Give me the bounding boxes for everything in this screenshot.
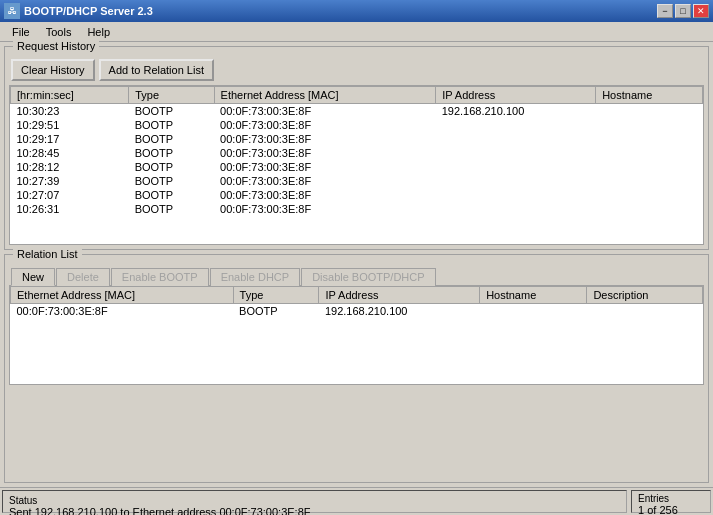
cell-time: 10:28:12 <box>11 160 129 174</box>
main-content: Request History Clear History Add to Rel… <box>0 42 713 487</box>
cell-time: 10:28:45 <box>11 146 129 160</box>
rel-col-ip: IP Address <box>319 287 480 304</box>
cell-ip <box>436 146 596 160</box>
cell-hostname <box>596 202 703 216</box>
cell-mac: 00:0F:73:00:3E:8F <box>214 146 436 160</box>
table-row[interactable]: 10:27:39 BOOTP 00:0F:73:00:3E:8F <box>11 174 703 188</box>
relation-list-label: Relation List <box>13 248 82 260</box>
cell-time: 10:26:31 <box>11 202 129 216</box>
request-history-table-container[interactable]: [hr:min:sec] Type Ethernet Address [MAC]… <box>9 85 704 245</box>
cell-mac: 00:0F:73:00:3E:8F <box>214 202 436 216</box>
cell-mac: 00:0F:73:00:3E:8F <box>214 132 436 146</box>
table-row[interactable]: 10:26:31 BOOTP 00:0F:73:00:3E:8F <box>11 202 703 216</box>
cell-time: 10:27:07 <box>11 188 129 202</box>
tab-new[interactable]: New <box>11 268 55 286</box>
cell-time: 10:29:51 <box>11 118 129 132</box>
request-history-table: [hr:min:sec] Type Ethernet Address [MAC]… <box>10 86 703 216</box>
cell-hostname <box>596 104 703 119</box>
cell-ip <box>436 118 596 132</box>
cell-type: BOOTP <box>129 104 214 119</box>
minimize-button[interactable]: − <box>657 4 673 18</box>
cell-type: BOOTP <box>129 118 214 132</box>
request-history-toolbar: Clear History Add to Relation List <box>5 55 708 85</box>
cell-type: BOOTP <box>129 188 214 202</box>
status-main: Status Sent 192.168.210.100 to Ethernet … <box>2 490 627 513</box>
status-entries: Entries 1 of 256 <box>631 490 711 513</box>
cell-hostname <box>596 174 703 188</box>
table-row[interactable]: 00:0F:73:00:3E:8F BOOTP 192.168.210.100 <box>11 304 703 319</box>
title-bar-buttons: − □ ✕ <box>657 4 709 18</box>
table-row[interactable]: 10:30:23 BOOTP 00:0F:73:00:3E:8F 192.168… <box>11 104 703 119</box>
entries-label: Entries <box>638 493 704 504</box>
app-icon: 🖧 <box>4 3 20 19</box>
rel-col-hostname: Hostname <box>480 287 587 304</box>
cell-ip <box>436 202 596 216</box>
cell-ip <box>436 160 596 174</box>
rel-cell-desc <box>587 304 703 319</box>
menu-tools[interactable]: Tools <box>38 24 80 40</box>
cell-mac: 00:0F:73:00:3E:8F <box>214 118 436 132</box>
cell-type: BOOTP <box>129 132 214 146</box>
request-history-group: Request History Clear History Add to Rel… <box>4 46 709 250</box>
relation-list-table-container[interactable]: Ethernet Address [MAC] Type IP Address H… <box>9 285 704 385</box>
rel-cell-type: BOOTP <box>233 304 319 319</box>
col-time: [hr:min:sec] <box>11 87 129 104</box>
cell-mac: 00:0F:73:00:3E:8F <box>214 104 436 119</box>
col-type: Type <box>129 87 214 104</box>
col-ip: IP Address <box>436 87 596 104</box>
table-row[interactable]: 10:28:45 BOOTP 00:0F:73:00:3E:8F <box>11 146 703 160</box>
col-mac: Ethernet Address [MAC] <box>214 87 436 104</box>
cell-type: BOOTP <box>129 160 214 174</box>
tab-delete[interactable]: Delete <box>56 268 110 286</box>
cell-type: BOOTP <box>129 174 214 188</box>
relation-tab-bar: New Delete Enable BOOTP Enable DHCP Disa… <box>5 263 708 285</box>
window-title: BOOTP/DHCP Server 2.3 <box>24 5 657 17</box>
rel-col-type: Type <box>233 287 319 304</box>
status-bar: Status Sent 192.168.210.100 to Ethernet … <box>0 487 713 515</box>
cell-mac: 00:0F:73:00:3E:8F <box>214 174 436 188</box>
tab-disable-bootp-dhcp[interactable]: Disable BOOTP/DHCP <box>301 268 435 286</box>
table-row[interactable]: 10:27:07 BOOTP 00:0F:73:00:3E:8F <box>11 188 703 202</box>
close-button[interactable]: ✕ <box>693 4 709 18</box>
tab-enable-bootp[interactable]: Enable BOOTP <box>111 268 209 286</box>
add-to-relation-button[interactable]: Add to Relation List <box>99 59 214 81</box>
status-message: Sent 192.168.210.100 to Ethernet address… <box>9 506 620 515</box>
relation-list-table: Ethernet Address [MAC] Type IP Address H… <box>10 286 703 318</box>
cell-hostname <box>596 188 703 202</box>
relation-list-group: Relation List New Delete Enable BOOTP En… <box>4 254 709 483</box>
cell-ip <box>436 188 596 202</box>
cell-hostname <box>596 132 703 146</box>
cell-type: BOOTP <box>129 146 214 160</box>
rel-cell-mac: 00:0F:73:00:3E:8F <box>11 304 234 319</box>
maximize-button[interactable]: □ <box>675 4 691 18</box>
menu-help[interactable]: Help <box>79 24 118 40</box>
rel-col-desc: Description <box>587 287 703 304</box>
title-bar: 🖧 BOOTP/DHCP Server 2.3 − □ ✕ <box>0 0 713 22</box>
col-hostname: Hostname <box>596 87 703 104</box>
cell-time: 10:29:17 <box>11 132 129 146</box>
table-row[interactable]: 10:29:17 BOOTP 00:0F:73:00:3E:8F <box>11 132 703 146</box>
cell-mac: 00:0F:73:00:3E:8F <box>214 188 436 202</box>
cell-time: 10:30:23 <box>11 104 129 119</box>
cell-hostname <box>596 118 703 132</box>
rel-cell-ip: 192.168.210.100 <box>319 304 480 319</box>
entries-value: 1 of 256 <box>638 504 704 515</box>
status-label: Status <box>9 495 620 506</box>
cell-hostname <box>596 146 703 160</box>
clear-history-button[interactable]: Clear History <box>11 59 95 81</box>
cell-hostname <box>596 160 703 174</box>
cell-ip <box>436 174 596 188</box>
menu-bar: File Tools Help <box>0 22 713 42</box>
table-row[interactable]: 10:29:51 BOOTP 00:0F:73:00:3E:8F <box>11 118 703 132</box>
rel-cell-hostname <box>480 304 587 319</box>
table-row[interactable]: 10:28:12 BOOTP 00:0F:73:00:3E:8F <box>11 160 703 174</box>
cell-ip: 192.168.210.100 <box>436 104 596 119</box>
cell-type: BOOTP <box>129 202 214 216</box>
rel-col-mac: Ethernet Address [MAC] <box>11 287 234 304</box>
cell-ip <box>436 132 596 146</box>
cell-time: 10:27:39 <box>11 174 129 188</box>
menu-file[interactable]: File <box>4 24 38 40</box>
request-history-label: Request History <box>13 40 99 52</box>
tab-enable-dhcp[interactable]: Enable DHCP <box>210 268 300 286</box>
cell-mac: 00:0F:73:00:3E:8F <box>214 160 436 174</box>
